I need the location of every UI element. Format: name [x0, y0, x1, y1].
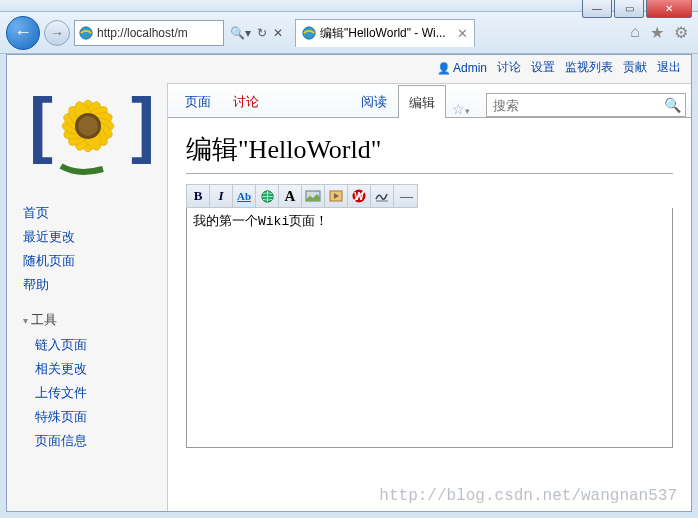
sidebar-upload[interactable]: 上传文件 — [35, 381, 167, 405]
search-icon[interactable]: 🔍 — [664, 97, 681, 113]
tab-read[interactable]: 阅读 — [350, 84, 398, 117]
nav-back-button[interactable]: ← — [6, 16, 40, 50]
user-icon: 👤 — [437, 62, 451, 74]
tab-favicon-icon — [302, 26, 316, 40]
home-icon[interactable]: ⌂ — [630, 23, 640, 42]
user-link[interactable]: 👤Admin — [437, 61, 487, 75]
signature-button[interactable] — [371, 185, 394, 207]
sidebar-tools-header[interactable]: 工具 — [23, 311, 167, 329]
wiki-logo[interactable]: [ ] — [23, 71, 153, 181]
sidebar-mainpage[interactable]: 首页 — [23, 201, 167, 225]
address-bar[interactable]: http://localhost/m — [74, 20, 224, 46]
tools-gear-icon[interactable]: ⚙ — [674, 23, 688, 42]
search-dropdown-icon[interactable]: 🔍▾ — [230, 26, 251, 40]
refresh-icon[interactable]: ↻ — [257, 26, 267, 40]
italic-button[interactable]: I — [210, 185, 233, 207]
favorites-icon[interactable]: ★ — [650, 23, 664, 42]
svg-text:]: ] — [131, 84, 153, 164]
sidebar-recent[interactable]: 最近更改 — [23, 225, 167, 249]
sidebar-whatlinks[interactable]: 链入页面 — [35, 333, 167, 357]
personal-contribs[interactable]: 贡献 — [623, 59, 647, 76]
url-text: http://localhost/m — [97, 26, 188, 40]
browser-tab[interactable]: 编辑"HelloWorld" - Wi... ✕ — [295, 19, 475, 47]
window-titlebar: — ▭ ✕ — [0, 0, 698, 12]
personal-talk[interactable]: 讨论 — [497, 59, 521, 76]
edit-toolbar: B I Ab A W — — [186, 184, 418, 208]
nav-forward-button[interactable]: → — [44, 20, 70, 46]
media-button[interactable] — [325, 185, 348, 207]
tab-edit[interactable]: 编辑 — [398, 85, 446, 118]
watch-star-icon[interactable]: ☆▾ — [446, 101, 476, 117]
external-link-button[interactable] — [256, 185, 279, 207]
browser-navbar: ← → http://localhost/m 🔍▾ ↻ ✕ 编辑"HelloWo… — [0, 12, 698, 54]
sidebar-random[interactable]: 随机页面 — [23, 249, 167, 273]
personal-tools: 👤Admin 讨论 设置 监视列表 贡献 退出 — [437, 59, 681, 76]
personal-prefs[interactable]: 设置 — [531, 59, 555, 76]
internal-link-button[interactable]: Ab — [233, 185, 256, 207]
page-title: 编辑"HelloWorld" — [186, 132, 673, 174]
headline-button[interactable]: A — [279, 185, 302, 207]
hr-button[interactable]: — — [394, 185, 417, 207]
window-minimize-button[interactable]: — — [582, 0, 612, 18]
sidebar-related[interactable]: 相关更改 — [35, 357, 167, 381]
tab-talk[interactable]: 讨论 — [222, 84, 270, 117]
sidebar-help[interactable]: 帮助 — [23, 273, 167, 297]
window-close-button[interactable]: ✕ — [646, 0, 692, 18]
wikitext-editor[interactable] — [186, 208, 673, 448]
image-button[interactable] — [302, 185, 325, 207]
ie-favicon-icon — [79, 26, 93, 40]
search-input[interactable] — [486, 93, 686, 117]
svg-point-14 — [78, 116, 98, 136]
tab-title: 编辑"HelloWorld" - Wi... — [320, 25, 446, 42]
url-controls: 🔍▾ ↻ ✕ — [230, 26, 283, 40]
bold-button[interactable]: B — [187, 185, 210, 207]
personal-logout[interactable]: 退出 — [657, 59, 681, 76]
sidebar-special[interactable]: 特殊页面 — [35, 405, 167, 429]
tab-close-icon[interactable]: ✕ — [457, 26, 468, 41]
nowiki-button[interactable]: W — [348, 185, 371, 207]
sidebar-pageinfo[interactable]: 页面信息 — [35, 429, 167, 453]
personal-watchlist[interactable]: 监视列表 — [565, 59, 613, 76]
tab-page[interactable]: 页面 — [174, 84, 222, 117]
window-maximize-button[interactable]: ▭ — [614, 0, 644, 18]
stop-icon[interactable]: ✕ — [273, 26, 283, 40]
svg-text:[: [ — [29, 84, 53, 164]
